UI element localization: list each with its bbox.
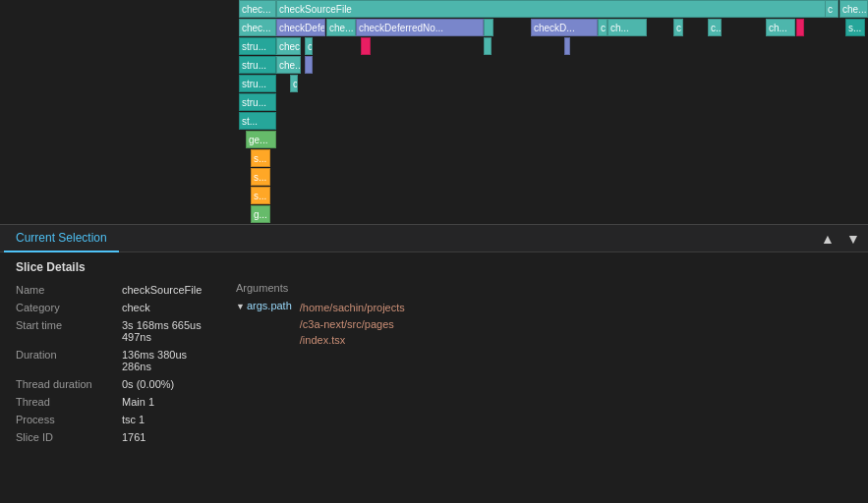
- field-label: Start time: [16, 317, 114, 345]
- field-value: 136ms 380us 286ns: [122, 347, 212, 374]
- flame-block[interactable]: c: [598, 19, 608, 36]
- flame-block[interactable]: ch...: [766, 19, 795, 36]
- flame-block[interactable]: st...: [239, 112, 276, 130]
- flame-block[interactable]: chec...: [239, 0, 276, 18]
- field-value: 3s 168ms 665us 497ns: [122, 317, 212, 345]
- field-value: Main 1: [122, 394, 212, 410]
- tab-current-selection[interactable]: Current Selection: [4, 225, 119, 252]
- field-value: check: [122, 300, 212, 315]
- flame-block[interactable]: che...: [839, 0, 868, 18]
- flame-block[interactable]: checkDefer...: [276, 19, 325, 36]
- field-label: Name: [16, 282, 114, 298]
- field-label: Category: [16, 300, 114, 315]
- field-label: Duration: [16, 347, 114, 374]
- flame-block[interactable]: ch...: [608, 19, 647, 36]
- arguments-section: Arguments ▼ args.path /home/sachin/proje…: [212, 282, 852, 445]
- flame-block[interactable]: checkD...: [531, 19, 598, 36]
- field-label: Thread duration: [16, 376, 114, 392]
- flame-block[interactable]: c...: [708, 19, 722, 36]
- tabs-bar: Current Selection ▲ ▼: [0, 225, 868, 252]
- field-value: 1761: [122, 429, 212, 445]
- flame-block[interactable]: s...: [845, 19, 865, 36]
- field-value: tsc 1: [122, 412, 212, 427]
- flame-chart[interactable]: chec...checkSourceFilecche...chec...chec…: [0, 0, 868, 224]
- flame-block[interactable]: che...: [276, 56, 301, 74]
- flame-block[interactable]: c: [673, 19, 683, 36]
- field-value: checkSourceFile: [122, 282, 212, 298]
- flame-block[interactable]: checkDeferredNo...: [356, 19, 484, 36]
- field-label: Thread: [16, 394, 114, 410]
- expand-button[interactable]: ▼: [842, 228, 864, 250]
- slice-details: Slice Details NamecheckSourceFileCategor…: [0, 252, 868, 453]
- flame-block[interactable]: chec...: [276, 37, 301, 55]
- flame-block[interactable]: s...: [251, 149, 270, 167]
- flame-block[interactable]: che...: [326, 19, 356, 36]
- args-key-name: args.path: [247, 300, 292, 311]
- flame-block[interactable]: stru...: [239, 56, 276, 74]
- flame-block[interactable]: s...: [251, 187, 270, 204]
- field-label: Process: [16, 412, 114, 427]
- flame-block[interactable]: ge...: [246, 131, 276, 148]
- flame-block[interactable]: checkSourceFile: [276, 0, 826, 18]
- fields-left: NamecheckSourceFileCategorycheckStart ti…: [16, 282, 212, 445]
- arguments-title: Arguments: [236, 282, 852, 294]
- flame-block[interactable]: s...: [251, 168, 270, 186]
- args-row: ▼ args.path /home/sachin/projects/c3a-ne…: [236, 300, 852, 349]
- flame-block[interactable]: chec...: [239, 19, 276, 36]
- flame-block[interactable]: stru...: [239, 75, 276, 92]
- args-key: ▼ args.path: [236, 300, 292, 311]
- args-value: /home/sachin/projects/c3a-next/src/pages…: [300, 300, 405, 349]
- flame-block[interactable]: [564, 37, 570, 55]
- flame-block[interactable]: stru...: [239, 37, 276, 55]
- bottom-panel: Current Selection ▲ ▼ Slice Details Name…: [0, 224, 868, 503]
- args-expand-arrow[interactable]: ▼: [236, 302, 245, 311]
- tab-actions: ▲ ▼: [817, 228, 864, 250]
- flame-block[interactable]: [361, 37, 371, 55]
- details-grid: NamecheckSourceFileCategorycheckStart ti…: [16, 282, 852, 445]
- flame-block[interactable]: [305, 56, 313, 74]
- collapse-button[interactable]: ▲: [817, 228, 839, 250]
- slice-details-title: Slice Details: [16, 260, 852, 274]
- field-label: Slice ID: [16, 429, 114, 445]
- flame-block[interactable]: stru...: [239, 93, 276, 111]
- flame-block[interactable]: [484, 19, 493, 36]
- flame-block[interactable]: g...: [251, 205, 270, 223]
- flame-block[interactable]: [796, 19, 804, 36]
- flame-block[interactable]: c: [305, 37, 313, 55]
- flame-block[interactable]: c: [290, 75, 298, 92]
- flame-block[interactable]: [484, 37, 492, 55]
- flame-block[interactable]: c: [825, 0, 839, 18]
- field-value: 0s (0.00%): [122, 376, 212, 392]
